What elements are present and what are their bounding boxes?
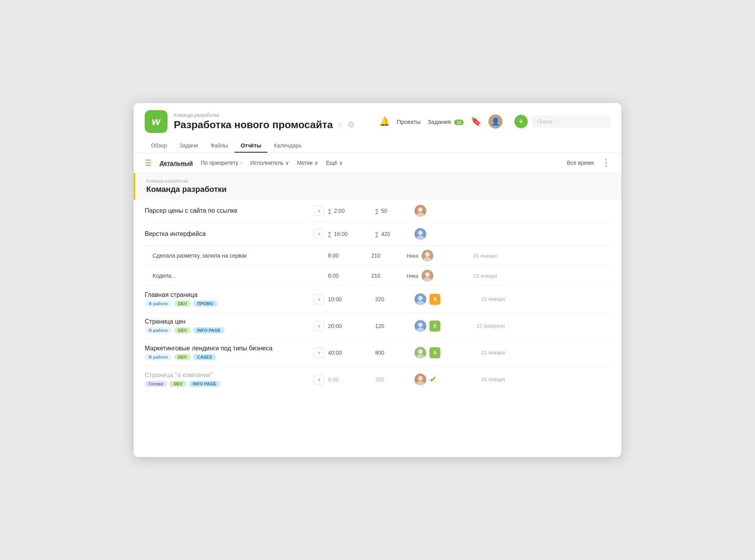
tag-status: В работе xyxy=(145,354,172,360)
svg-point-14 xyxy=(418,376,423,381)
task-tags: В работе DEV ПРОМО xyxy=(145,300,310,307)
task-tags: Готово DEV INFO PAGE xyxy=(145,381,310,387)
task-name-col: Маркетинговые лендинги под типы бизнеса … xyxy=(145,345,310,360)
date-col: 16 января xyxy=(470,376,505,382)
tabs: Обзор Задачи Файлы Отчёты Календарь xyxy=(145,137,610,153)
avatar-header[interactable]: 👤 xyxy=(488,114,503,129)
date-col: 23 января xyxy=(470,350,505,356)
search-input-wrap[interactable]: Поиск xyxy=(532,116,610,127)
chevron-down-icon: ∨ xyxy=(285,160,289,166)
chevron-down-icon-2: ∨ xyxy=(314,160,318,166)
task-tags: В работе DEV CASES xyxy=(145,354,310,360)
search-placeholder: Поиск xyxy=(537,118,552,125)
filter-priority[interactable]: По приоритету ↑ xyxy=(201,160,243,166)
expand-button[interactable]: ∨ xyxy=(314,374,324,385)
project-title-row: Разработка нового промосайта ☆ ⚙ xyxy=(174,119,355,131)
points-col: 320 xyxy=(375,376,411,383)
comment-badge: 5 xyxy=(429,347,440,358)
tag-cases: CASES xyxy=(193,354,216,360)
logo: w xyxy=(145,110,168,133)
subtask-date: 23 января xyxy=(462,273,497,279)
date-col: 12 февраля xyxy=(470,323,505,329)
search-area: + Поиск xyxy=(514,115,610,128)
tag-status: Готово xyxy=(145,381,167,387)
tasks-badge: 12 xyxy=(454,120,464,125)
subtask-time: 8:00 xyxy=(328,252,367,259)
table-row: Страница цен В работе DEV INFO PAGE ∨ 20… xyxy=(145,313,610,339)
expand-button[interactable]: ∧ xyxy=(314,229,324,239)
svg-point-15 xyxy=(416,381,424,385)
expand-button[interactable]: ∨ xyxy=(314,321,324,331)
task-name-col: Парсер цены с сайта по ссылке xyxy=(145,207,310,214)
tag-dev: DEV xyxy=(174,300,191,307)
project-team-label: Команда разработки xyxy=(174,112,355,118)
svg-point-0 xyxy=(418,207,423,212)
task-section: Парсер цены с сайта по ссылке ∨ ∑ 2:00 ∑… xyxy=(134,199,621,392)
time-range[interactable]: Все время xyxy=(567,160,594,166)
add-button[interactable]: + xyxy=(514,115,528,128)
subtask-assignee: Ника xyxy=(407,270,458,282)
filter-more[interactable]: Ещё ∨ xyxy=(326,160,343,166)
points-col: 800 xyxy=(375,350,411,356)
bookmark-icon[interactable]: 🔖 xyxy=(471,116,481,127)
settings-icon[interactable]: ⚙ xyxy=(348,120,355,129)
header: w Команда разработки Разработка нового п… xyxy=(134,103,621,153)
filter-tags[interactable]: Метки ∨ xyxy=(297,160,318,166)
more-options-icon[interactable]: ⋮ xyxy=(602,158,610,168)
header-top: w Команда разработки Разработка нового п… xyxy=(145,110,610,133)
time-col: ∑ 2:00 xyxy=(328,208,371,214)
tab-overview[interactable]: Обзор xyxy=(145,139,173,153)
task-name: Маркетинговые лендинги под типы бизнеса xyxy=(145,345,310,352)
expand-button[interactable]: ∨ xyxy=(314,294,324,304)
assignee-col xyxy=(414,205,466,217)
toolbar: ☰ Детальный По приоритету ↑ Исполнитель … xyxy=(134,153,621,173)
tag-dev: DEV xyxy=(169,381,186,387)
menu-icon[interactable]: ☰ xyxy=(145,158,152,168)
points-col: ∑ 420 xyxy=(375,231,411,237)
avatar xyxy=(414,228,426,240)
avatar xyxy=(414,347,426,359)
group-header: Команда разработки Команда разработки xyxy=(134,173,621,199)
avatar xyxy=(422,250,433,262)
tag-promo: ПРОМО xyxy=(193,300,217,307)
subtask-date: 24 января xyxy=(462,253,497,259)
tag-infopage: INFO PAGE xyxy=(189,381,220,387)
assignee-col: ✔ xyxy=(414,374,466,385)
task-name: Главная страница xyxy=(145,291,310,298)
bell-icon[interactable]: 🔔 xyxy=(379,116,390,127)
content: Команда разработки Команда разработки Па… xyxy=(134,173,621,404)
subtask-time: 8:00 xyxy=(328,273,367,279)
svg-point-11 xyxy=(416,328,424,332)
task-name-col: Верстка интерфейса xyxy=(145,230,310,238)
assignee-col: 8 xyxy=(414,293,466,305)
tab-files[interactable]: Файлы xyxy=(204,139,234,153)
svg-point-8 xyxy=(418,296,423,300)
filter-assignee[interactable]: Исполнитель ∨ xyxy=(250,160,289,166)
time-col: 20:00 xyxy=(328,323,371,329)
tag-infopage: INFO PAGE xyxy=(193,327,225,333)
tab-calendar[interactable]: Календарь xyxy=(267,139,308,153)
svg-point-10 xyxy=(418,322,423,327)
star-icon[interactable]: ☆ xyxy=(337,120,344,129)
nav-projects[interactable]: Проекты xyxy=(397,118,420,125)
list-item: Сделала разметку, залила на сервак 8:00 … xyxy=(145,246,610,266)
expand-button[interactable]: ∨ xyxy=(314,348,324,358)
comment-badge: 8 xyxy=(429,294,440,305)
expand-button[interactable]: ∨ xyxy=(314,206,324,216)
task-name: Страница "о компании" xyxy=(145,372,310,379)
chevron-down-icon-3: ∨ xyxy=(339,160,343,166)
comment-badge: 6 xyxy=(429,321,440,332)
tab-tasks[interactable]: Задачи xyxy=(173,139,204,153)
time-col: 40:00 xyxy=(328,350,371,356)
view-label[interactable]: Детальный xyxy=(160,160,193,166)
tab-reports[interactable]: Отчёты xyxy=(234,139,267,153)
time-col: ∑ 16:00 xyxy=(328,231,371,237)
table-row: Главная страница В работе DEV ПРОМО ∨ 10… xyxy=(145,286,610,313)
subtask-assignee: Ника xyxy=(407,250,458,262)
assignee-col: 5 xyxy=(414,347,466,359)
table-row: Страница "о компании" Готово DEV INFO PA… xyxy=(145,366,610,392)
subtask-name: Кодила... xyxy=(153,273,310,279)
svg-point-12 xyxy=(418,349,423,354)
header-right: 🔔 Проекты Задания 12 🔖 👤 + Поиск xyxy=(379,114,610,129)
task-name-col: Страница цен В работе DEV INFO PAGE xyxy=(145,318,310,333)
